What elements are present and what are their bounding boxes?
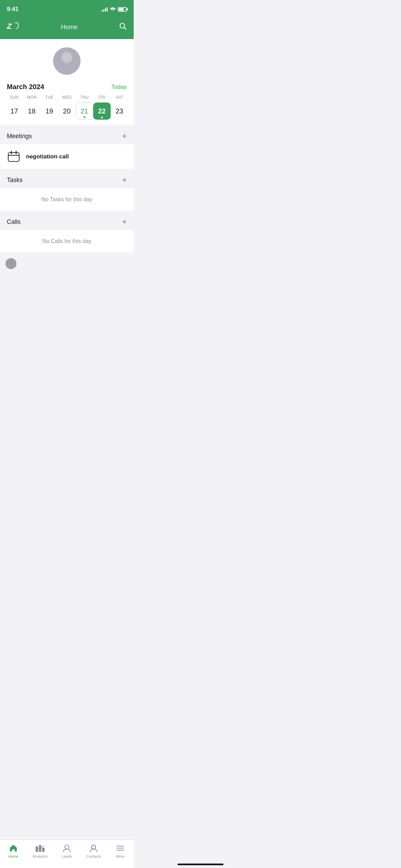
svg-text:Z: Z: [7, 22, 12, 31]
meetings-title: Meetings: [7, 133, 32, 140]
avatar-section: [0, 39, 134, 80]
svg-line-3: [124, 28, 126, 30]
calendar-month: March 2024: [7, 83, 44, 91]
scroll-area: [0, 253, 134, 321]
tasks-add-button[interactable]: +: [122, 176, 127, 184]
meeting-icon: [7, 150, 21, 164]
scroll-indicator: [5, 258, 16, 269]
weekday-tue: TUE: [40, 95, 58, 100]
calls-section-header: Calls +: [0, 214, 134, 230]
avatar: [53, 47, 81, 75]
tasks-title: Tasks: [7, 177, 23, 184]
meetings-add-button[interactable]: +: [122, 132, 127, 140]
day-dot-22: [101, 117, 103, 118]
day-dot-21: [84, 116, 85, 118]
search-icon[interactable]: [119, 22, 127, 32]
meeting-item[interactable]: negotiation call: [0, 144, 134, 169]
tasks-section-header: Tasks +: [0, 172, 134, 188]
meeting-title: negotiation call: [26, 153, 69, 160]
meetings-section-header: Meetings +: [0, 128, 134, 144]
calendar-header: March 2024 Today: [5, 80, 128, 95]
page-title: Home: [61, 24, 77, 31]
svg-point-5: [61, 52, 72, 63]
status-bar: 9:41: [0, 0, 134, 17]
calendar-weekdays: SUN MON TUE WED THU FRI SAT: [5, 95, 128, 100]
weekday-thu: THU: [76, 95, 93, 100]
battery-icon: [118, 7, 127, 12]
tasks-empty-state: No Tasks for this day: [0, 188, 134, 211]
calendar-day-20[interactable]: 20: [58, 103, 75, 120]
calendar-day-19[interactable]: 19: [40, 103, 58, 120]
calendar-day-21[interactable]: 21: [76, 103, 93, 120]
calendar-days: 17 18 19 20 21 22 23: [5, 103, 128, 120]
svg-point-0: [112, 10, 113, 11]
calendar-section: March 2024 Today SUN MON TUE WED THU FRI…: [0, 80, 134, 125]
status-icons: [101, 6, 127, 12]
svg-rect-6: [8, 153, 19, 161]
wifi-icon: [110, 6, 116, 12]
status-time: 9:41: [7, 6, 19, 13]
app-logo: Z: [7, 21, 20, 34]
weekday-fri: FRI: [93, 95, 111, 100]
calls-title: Calls: [7, 218, 21, 226]
calendar-day-23[interactable]: 23: [111, 103, 128, 120]
weekday-wed: WED: [58, 95, 75, 100]
calendar-today-button[interactable]: Today: [111, 84, 127, 91]
calendar-day-22[interactable]: 22: [93, 103, 111, 120]
calls-empty-state: No Calls for this day: [0, 230, 134, 253]
calls-add-button[interactable]: +: [122, 218, 127, 226]
weekday-mon: MON: [23, 95, 40, 100]
weekday-sun: SUN: [5, 95, 23, 100]
app-header: Z Home: [0, 17, 134, 39]
calendar-day-18[interactable]: 18: [23, 103, 40, 120]
calendar-day-17[interactable]: 17: [5, 103, 23, 120]
weekday-sat: SAT: [111, 95, 128, 100]
signal-icon: [101, 7, 108, 12]
